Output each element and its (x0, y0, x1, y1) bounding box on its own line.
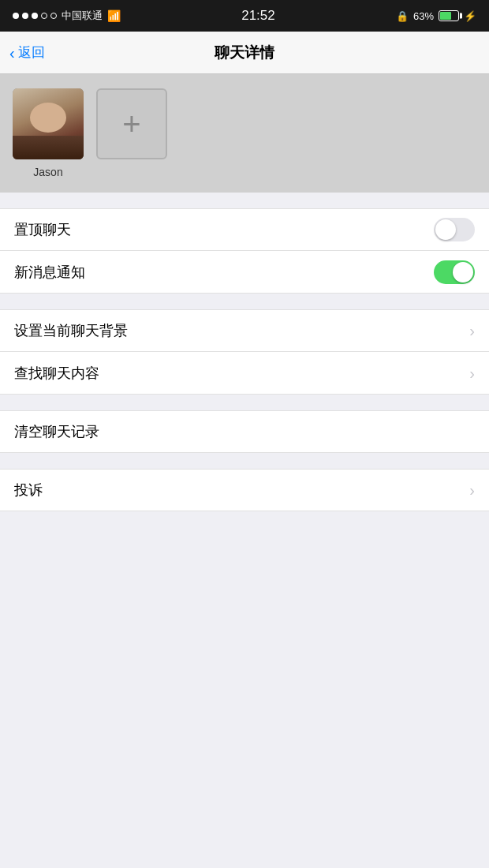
toggle-knob-2 (453, 262, 473, 282)
contact-item[interactable]: Jason (13, 88, 84, 178)
back-label: 返回 (18, 43, 45, 62)
battery-percent: 63% (413, 10, 434, 22)
search-chat-label: 查找聊天内容 (14, 364, 99, 383)
avatar[interactable] (13, 88, 84, 159)
divider-3 (0, 453, 489, 469)
dot-4 (41, 13, 47, 19)
divider-2 (0, 395, 489, 410)
dot-1 (13, 13, 19, 19)
battery-icon (439, 10, 459, 21)
contact-name: Jason (33, 166, 62, 178)
clear-history-row[interactable]: 清空聊天记录 (0, 410, 489, 453)
pin-chat-toggle[interactable] (434, 218, 475, 241)
report-label: 投诉 (14, 481, 43, 499)
signal-dots (13, 13, 57, 19)
background-row[interactable]: 设置当前聊天背景 › (0, 309, 489, 352)
back-button[interactable]: ‹ 返回 (9, 43, 45, 62)
pin-chat-label: 置顶聊天 (14, 220, 71, 239)
nav-section: 设置当前聊天背景 › 查找聊天内容 › (0, 309, 489, 395)
contacts-section: Jason + (0, 74, 489, 193)
nav-bar: ‹ 返回 聊天详情 (0, 32, 489, 74)
dot-5 (50, 13, 57, 19)
page-title: 聊天详情 (215, 43, 274, 63)
dot-3 (32, 13, 38, 19)
wifi-icon: 📶 (107, 9, 121, 22)
notification-toggle[interactable] (434, 260, 475, 284)
avatar-face (13, 88, 84, 159)
notification-label: 新消息通知 (14, 263, 85, 282)
status-bar: 中国联通 📶 21:52 🔒 63% ⚡ (0, 0, 489, 32)
chevron-icon: › (469, 323, 475, 339)
back-arrow-icon: ‹ (9, 45, 15, 61)
status-time: 21:52 (241, 8, 275, 24)
chevron-icon-3: › (469, 482, 475, 498)
report-row[interactable]: 投诉 › (0, 469, 489, 511)
charging-icon: ⚡ (464, 10, 476, 22)
lock-icon: 🔒 (396, 10, 409, 22)
status-right: 🔒 63% ⚡ (396, 10, 476, 22)
notification-row[interactable]: 新消息通知 (0, 251, 489, 294)
toggle-section: 置顶聊天 新消息通知 (0, 208, 489, 294)
clear-history-label: 清空聊天记录 (14, 422, 99, 441)
toggle-knob (435, 219, 456, 240)
divider-1 (0, 294, 489, 309)
chevron-icon-2: › (469, 365, 475, 381)
status-left: 中国联通 📶 (13, 9, 121, 23)
dot-2 (22, 13, 28, 19)
add-contact-button[interactable]: + (96, 88, 167, 159)
plus-icon: + (122, 108, 140, 140)
search-chat-row[interactable]: 查找聊天内容 › (0, 352, 489, 395)
background-label: 设置当前聊天背景 (14, 321, 128, 340)
carrier-label: 中国联通 (62, 9, 103, 23)
pin-chat-row[interactable]: 置顶聊天 (0, 208, 489, 251)
